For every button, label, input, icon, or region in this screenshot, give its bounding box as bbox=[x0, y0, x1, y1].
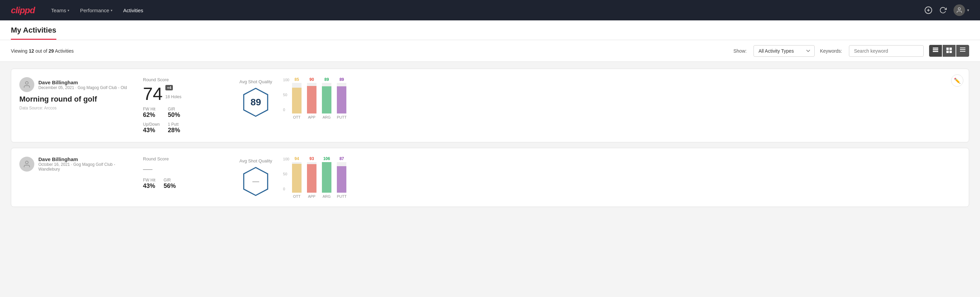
bar-track-arg bbox=[322, 83, 331, 113]
svg-rect-9 bbox=[947, 51, 949, 53]
user-row: Dave Billingham December 05, 2021 · Gog … bbox=[19, 77, 135, 92]
card-stats: Round Score — FW Hit 43% GIR 56% bbox=[143, 156, 231, 190]
round-score-label: Round Score bbox=[143, 77, 231, 82]
bar-track-ott bbox=[292, 83, 302, 113]
round-score-row: 74 +4 18 Holes bbox=[143, 85, 231, 103]
user-row: Dave Billingham October 16, 2021 · Gog M… bbox=[19, 156, 135, 172]
activity-card: Dave Billingham October 16, 2021 · Gog M… bbox=[11, 148, 969, 207]
bar-arg: 106 ARG bbox=[322, 156, 331, 198]
card-quality: Avg Shot Quality 89 100 50 0 bbox=[239, 77, 961, 119]
fw-hit-stat: FW Hit 43% bbox=[143, 178, 156, 190]
edit-button[interactable]: ✏️ bbox=[951, 74, 963, 87]
user-date: October 16, 2021 · Gog Magog Golf Club -… bbox=[38, 162, 135, 172]
logo[interactable]: clippd bbox=[11, 5, 35, 16]
nav-activities[interactable]: Activities bbox=[123, 6, 143, 14]
user-name: Dave Billingham bbox=[38, 156, 135, 162]
bar-app: 93 APP bbox=[307, 156, 317, 198]
user-info: Dave Billingham December 05, 2021 · Gog … bbox=[38, 80, 127, 90]
view-buttons bbox=[929, 45, 969, 57]
bar-chart: 100 50 0 94 OTT 93 bbox=[283, 156, 961, 198]
hexagon: 89 bbox=[242, 87, 269, 118]
avatar bbox=[19, 156, 34, 172]
subheader: My Activities bbox=[0, 21, 980, 40]
mini-stats: FW Hit 62% Up/Down 43% GIR 50% 1 Putt bbox=[143, 107, 231, 134]
hexagon-wrapper: Avg Shot Quality — bbox=[239, 158, 272, 197]
avg-shot-quality-label: Avg Shot Quality bbox=[239, 79, 272, 84]
mini-stat-group-left: FW Hit 43% bbox=[143, 178, 156, 190]
user-date: December 05, 2021 · Gog Magog Golf Club … bbox=[38, 85, 127, 90]
activity-title: Morning round of golf bbox=[19, 95, 135, 104]
mini-stat-group-right: GIR 50% 1 Putt 28% bbox=[168, 107, 180, 134]
refresh-button[interactable] bbox=[939, 6, 947, 14]
score-value: — bbox=[143, 164, 153, 174]
bar-ott: 94 OTT bbox=[292, 156, 302, 198]
data-source: Data Source: Arccos bbox=[19, 106, 135, 110]
gir-stat: GIR 50% bbox=[168, 107, 180, 118]
filter-bar: Viewing 12 out of 29 Activities Show: Al… bbox=[0, 40, 980, 62]
chevron-down-icon: ▾ bbox=[111, 8, 112, 12]
bar-putt: 87 PUTT bbox=[337, 156, 347, 198]
user-name: Dave Billingham bbox=[38, 80, 127, 85]
keywords-label: Keywords: bbox=[820, 48, 842, 54]
svg-rect-10 bbox=[950, 51, 952, 53]
nav-performance[interactable]: Performance ▾ bbox=[80, 6, 112, 14]
activities-list: ✏️ Dave Billingham December 05, 2021 · G… bbox=[0, 62, 980, 214]
svg-rect-11 bbox=[960, 48, 966, 48]
mini-stats: FW Hit 43% GIR 56% bbox=[143, 178, 231, 190]
svg-rect-12 bbox=[960, 49, 966, 50]
round-score-label: Round Score bbox=[143, 156, 231, 161]
one-putt-stat: 1 Putt 28% bbox=[168, 122, 180, 134]
up-down-stat: Up/Down 43% bbox=[143, 122, 160, 134]
viewing-text: Viewing 12 out of 29 Activities bbox=[11, 48, 74, 54]
activity-type-select[interactable]: All Activity Types bbox=[754, 45, 815, 57]
svg-point-14 bbox=[25, 81, 28, 84]
gir-stat: GIR 56% bbox=[164, 178, 176, 190]
card-info: Dave Billingham December 05, 2021 · Gog … bbox=[19, 77, 135, 110]
user-profile[interactable]: ▾ bbox=[953, 5, 969, 16]
activity-card: ✏️ Dave Billingham December 05, 2021 · G… bbox=[11, 69, 969, 142]
bar-track-arg bbox=[322, 162, 331, 193]
svg-rect-7 bbox=[947, 48, 949, 50]
add-button[interactable] bbox=[924, 6, 932, 14]
svg-rect-8 bbox=[950, 48, 952, 50]
page-title: My Activities bbox=[11, 26, 56, 40]
bar-chart: 100 50 0 85 OTT bbox=[283, 77, 961, 119]
mini-stat-group-right: GIR 56% bbox=[164, 178, 176, 190]
avatar bbox=[19, 77, 34, 92]
bar-putt: 89 PUTT bbox=[337, 77, 347, 119]
bar-ott: 85 OTT bbox=[292, 77, 302, 119]
bar-track-app bbox=[307, 162, 317, 193]
holes-label: 18 Holes bbox=[165, 94, 181, 99]
svg-point-16 bbox=[25, 161, 28, 164]
bar-arg: 89 ARG bbox=[322, 77, 331, 119]
y-axis-labels: 100 50 0 bbox=[283, 157, 289, 191]
svg-rect-13 bbox=[960, 51, 966, 52]
bar-track-putt bbox=[337, 162, 346, 193]
list-dense-view-button[interactable] bbox=[929, 45, 942, 57]
bar-app: 90 APP bbox=[307, 77, 317, 119]
svg-rect-5 bbox=[933, 49, 938, 50]
hexagon: — bbox=[242, 166, 269, 197]
search-input[interactable] bbox=[849, 45, 924, 57]
score-badge: +4 bbox=[165, 85, 173, 90]
y-axis-labels: 100 50 0 bbox=[283, 78, 289, 112]
nav-teams[interactable]: Teams ▾ bbox=[51, 6, 69, 14]
avatar[interactable] bbox=[953, 5, 965, 16]
nav-icons: ▾ bbox=[924, 5, 969, 16]
quality-score: — bbox=[252, 177, 259, 185]
avg-shot-quality-label: Avg Shot Quality bbox=[239, 158, 272, 163]
bar-track-ott bbox=[292, 162, 302, 193]
chevron-down-icon: ▾ bbox=[967, 8, 969, 13]
round-score-row: — bbox=[143, 164, 231, 174]
show-label: Show: bbox=[733, 48, 747, 54]
user-info: Dave Billingham October 16, 2021 · Gog M… bbox=[38, 156, 135, 172]
grid-view-button[interactable] bbox=[943, 45, 956, 57]
svg-point-3 bbox=[958, 8, 961, 10]
hexagon-wrapper: Avg Shot Quality 89 bbox=[239, 79, 272, 118]
chevron-down-icon: ▾ bbox=[68, 8, 69, 12]
list-wide-view-button[interactable] bbox=[956, 45, 969, 57]
mini-stat-group-left: FW Hit 62% Up/Down 43% bbox=[143, 107, 160, 134]
svg-rect-4 bbox=[933, 48, 938, 49]
navbar: clippd Teams ▾ Performance ▾ Activities bbox=[0, 0, 980, 21]
quality-score: 89 bbox=[251, 97, 261, 108]
